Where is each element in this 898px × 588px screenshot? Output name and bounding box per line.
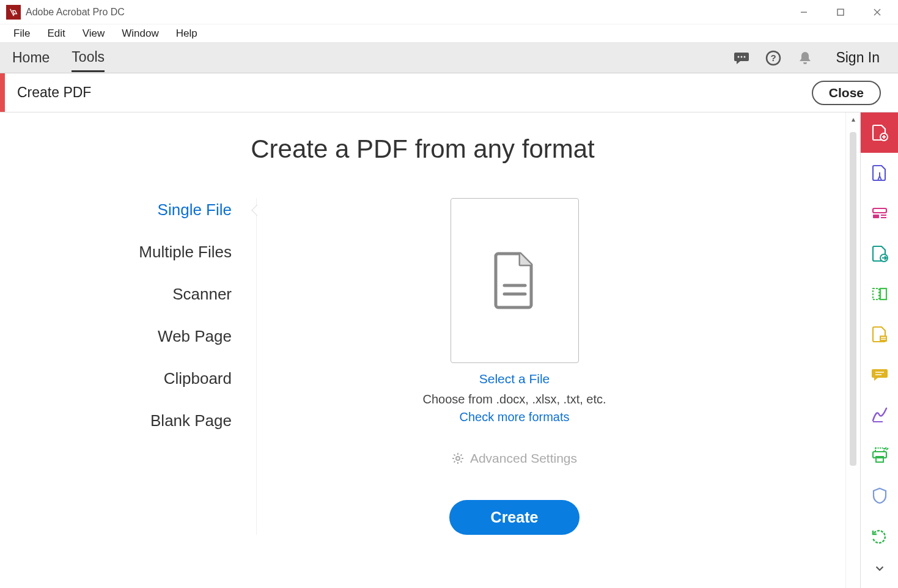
menu-window[interactable]: Window [113,25,167,42]
titlebar: Adobe Acrobat Pro DC [0,0,898,24]
svg-point-4 [738,56,740,57]
window-controls [786,0,896,24]
right-tool-rail [860,112,898,588]
option-blank-page[interactable]: Blank Page [150,411,232,430]
svg-point-5 [741,56,743,57]
main-content: Create a PDF from any format Single File… [0,112,845,588]
menu-file[interactable]: File [5,25,39,42]
print-tool[interactable] [861,435,899,476]
organize-pages-tool[interactable] [861,274,899,314]
compare-tool[interactable] [861,314,899,355]
gear-icon [452,452,464,465]
bell-icon[interactable] [793,46,817,70]
layout-tool[interactable] [861,193,899,233]
chat-icon[interactable] [729,46,754,70]
svg-rect-1 [837,9,844,15]
app-title: Adobe Acrobat Pro DC [26,7,786,18]
option-single-file[interactable]: Single File [158,200,232,219]
svg-rect-20 [873,288,879,300]
comment-tool[interactable] [861,355,899,395]
edit-pdf-tool[interactable] [861,153,899,193]
document-icon [491,251,539,310]
svg-rect-15 [873,208,886,213]
menu-view[interactable]: View [74,25,114,42]
scrollbar[interactable]: ▴ [845,112,860,588]
chevron-down-icon[interactable] [861,556,899,581]
help-icon[interactable]: ? [761,46,786,70]
tab-home[interactable]: Home [12,45,50,71]
minimize-button[interactable] [786,0,822,24]
menu-help[interactable]: Help [167,25,206,42]
sign-in-link[interactable]: Sign In [836,50,880,66]
scroll-thumb[interactable] [850,132,856,466]
tabbar: Home Tools ? Sign In [0,43,898,73]
svg-rect-21 [880,288,886,300]
context-bar: Create PDF Close [0,73,898,112]
context-title: Create PDF [17,84,812,101]
sign-tool[interactable] [861,395,899,435]
protect-tool[interactable] [861,476,899,516]
option-web-page[interactable]: Web Page [158,327,232,346]
optimize-tool[interactable] [861,516,899,556]
page-heading: Create a PDF from any format [0,134,845,164]
menubar: File Edit View Window Help [0,24,898,43]
close-button[interactable]: Close [812,81,881,105]
svg-point-6 [744,56,746,57]
app-icon [6,5,21,20]
close-window-button[interactable] [859,0,896,24]
menu-edit[interactable]: Edit [39,25,73,42]
select-file-link[interactable]: Select a File [479,372,550,386]
advanced-settings: Advanced Settings [452,451,577,466]
svg-text:?: ? [771,53,776,63]
svg-point-11 [456,457,460,460]
advanced-settings-label: Advanced Settings [470,451,577,466]
create-pdf-tool[interactable] [861,112,899,153]
svg-rect-22 [880,336,887,342]
tab-tools[interactable]: Tools [72,44,105,72]
context-accent [0,73,5,112]
export-pdf-tool[interactable] [861,233,899,274]
maximize-button[interactable] [822,0,859,24]
choose-from-text: Choose from .docx, .xlsx, .txt, etc. [422,392,606,406]
content-row: Single File Multiple Files Scanner Web P… [0,198,845,535]
option-scanner[interactable]: Scanner [172,285,232,304]
panel: Select a File Choose from .docx, .xlsx, … [257,198,845,535]
source-option-list: Single File Multiple Files Scanner Web P… [0,198,257,535]
create-button[interactable]: Create [449,500,580,535]
svg-rect-16 [873,215,879,218]
scroll-up-icon[interactable]: ▴ [846,115,860,123]
option-multiple-files[interactable]: Multiple Files [139,243,232,262]
option-clipboard[interactable]: Clipboard [164,369,232,388]
body-area: Create a PDF from any format Single File… [0,112,898,588]
file-dropzone[interactable] [451,198,579,363]
check-formats-link[interactable]: Check more formats [459,410,569,424]
